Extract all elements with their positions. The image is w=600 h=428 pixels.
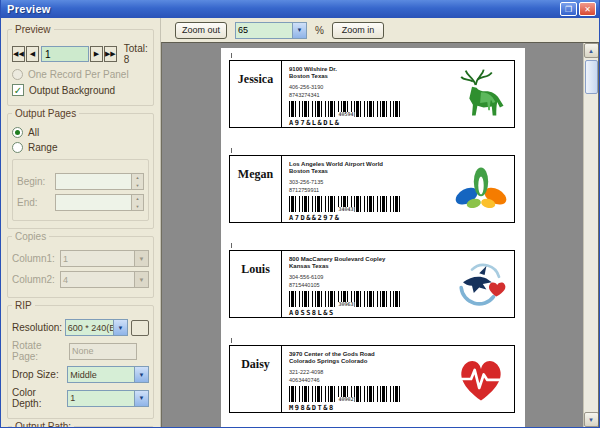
begin-down-icon: ▼ bbox=[132, 182, 143, 190]
prev-record-button[interactable]: ◀ bbox=[26, 46, 39, 62]
zoom-level-combo[interactable]: 65 ▼ bbox=[235, 22, 307, 39]
color-depth-combo[interactable]: 1 ▼ bbox=[67, 390, 149, 407]
rip-group-title: RIP bbox=[12, 300, 35, 311]
first-record-button[interactable]: ◀◀ bbox=[12, 46, 25, 62]
chevron-down-icon: ▼ bbox=[134, 367, 148, 382]
chevron-down-icon: ▼ bbox=[134, 391, 148, 406]
label-card: Daisy 3970 Center of the Gods Road Color… bbox=[229, 345, 515, 413]
drop-size-combo[interactable]: Middle ▼ bbox=[67, 366, 149, 383]
barcode-text: A0SS8L&S bbox=[289, 309, 444, 317]
label-card: Jessica 9100 Wilshire Dr. Boston Texas 4… bbox=[229, 60, 515, 128]
resolution-browse-button[interactable] bbox=[131, 320, 149, 336]
chevron-down-icon: ▼ bbox=[292, 23, 306, 38]
preview-group: Preview ◀◀ ◀ ▶ ▶▶ Total: 8 One Record Pe… bbox=[7, 29, 154, 106]
phone-line1: 303-256-7135 bbox=[289, 179, 444, 186]
copies-row1-combo: 1 ▼ bbox=[60, 250, 149, 267]
first-record-icon: ◀◀ bbox=[13, 50, 24, 58]
phone-line2: 8712759911 bbox=[289, 187, 444, 194]
range-option[interactable]: Range bbox=[12, 142, 149, 153]
phone-line2: 8715440105 bbox=[289, 282, 444, 289]
all-radio[interactable] bbox=[12, 127, 23, 138]
color-depth-label: Color Depth: bbox=[12, 387, 67, 409]
one-record-label: One Record Per Panel bbox=[28, 69, 129, 80]
scroll-down-icon: ▼ bbox=[588, 417, 594, 423]
label-card: Megan Los Angeles World Airport World Bo… bbox=[229, 155, 515, 223]
phone-line2: 4063440746 bbox=[289, 377, 444, 384]
output-pages-group: Output Pages All Range Begin: ▲▼ bbox=[7, 113, 154, 229]
copies-group-title: Copies bbox=[12, 231, 49, 242]
label-card: Louis 800 MacCanery Boulevard Copley Kan… bbox=[229, 250, 515, 318]
barcode-text: A7D&&297& bbox=[289, 214, 444, 222]
end-up-icon: ▲ bbox=[132, 195, 143, 203]
all-option[interactable]: All bbox=[12, 127, 149, 138]
recipient-name: Louis bbox=[230, 251, 282, 317]
next-record-icon: ▶ bbox=[94, 50, 99, 58]
address-line1: 3970 Center of the Gods Road bbox=[289, 351, 444, 358]
copies-row2-combo: 4 ▼ bbox=[60, 271, 149, 288]
phone-line2: 8743274341 bbox=[289, 92, 444, 99]
window-title: Preview bbox=[7, 3, 558, 15]
scroll-up-icon: ▲ bbox=[588, 48, 594, 54]
rip-group: RIP Resolution: 600 * 240(Econo ▼ Rotate… bbox=[7, 305, 154, 419]
rotate-page-label: Rotate Page: bbox=[12, 340, 69, 362]
output-background-label: Output Background bbox=[29, 85, 115, 96]
heart-pulse-logo-icon bbox=[454, 352, 508, 406]
zoom-out-button[interactable]: Zoom out bbox=[175, 22, 227, 39]
barcode: 40594 bbox=[289, 101, 403, 117]
preview-group-title: Preview bbox=[12, 24, 54, 35]
drop-size-label: Drop Size: bbox=[12, 369, 67, 380]
maximize-icon: ❐ bbox=[565, 5, 572, 14]
output-path-title: Output Path: bbox=[12, 421, 74, 428]
vertical-scrollbar[interactable]: ▲ ▼ bbox=[583, 43, 598, 427]
scroll-up-button[interactable]: ▲ bbox=[584, 43, 599, 58]
record-number-input[interactable] bbox=[41, 46, 89, 62]
address-line2: Boston Texas bbox=[289, 73, 444, 80]
preview-page: Jessica 9100 Wilshire Dr. Boston Texas 4… bbox=[221, 48, 525, 428]
address-line1: 800 MacCanery Boulevard Copley bbox=[289, 256, 444, 263]
one-record-radio bbox=[12, 69, 23, 80]
close-button[interactable]: ✕ bbox=[579, 2, 596, 16]
barcode-text: A97&L&DL& bbox=[289, 119, 444, 127]
last-record-button[interactable]: ▶▶ bbox=[104, 46, 117, 62]
end-down-icon: ▼ bbox=[132, 203, 143, 211]
one-record-option: One Record Per Panel bbox=[12, 69, 149, 80]
range-radio[interactable] bbox=[12, 142, 23, 153]
last-record-icon: ▶▶ bbox=[105, 50, 116, 58]
begin-up-icon: ▲ bbox=[132, 174, 143, 182]
recipient-name: Megan bbox=[230, 156, 282, 222]
phone-line1: 406-256-3190 bbox=[289, 84, 444, 91]
barcode: 34043 bbox=[289, 196, 403, 212]
next-record-button[interactable]: ▶ bbox=[90, 46, 103, 62]
deer-logo-icon bbox=[454, 67, 508, 121]
phone-line1: 304-556-6109 bbox=[289, 274, 444, 281]
recipient-name: Daisy bbox=[230, 346, 282, 412]
percent-label: % bbox=[315, 25, 324, 36]
rotate-page-combo: None bbox=[69, 343, 137, 360]
recipient-name: Jessica bbox=[230, 61, 282, 127]
zoom-in-button[interactable]: Zoom in bbox=[332, 22, 384, 39]
scroll-down-button[interactable]: ▼ bbox=[584, 412, 599, 427]
range-label: Range bbox=[28, 142, 57, 153]
preview-viewport: Jessica 9100 Wilshire Dr. Boston Texas 4… bbox=[161, 42, 599, 428]
title-bar: Preview ❐ ✕ bbox=[1, 0, 599, 18]
flower-logo-icon bbox=[454, 162, 508, 216]
preview-dialog: Preview ❐ ✕ Preview ◀◀ ◀ ▶ ▶▶ Total: 8 O… bbox=[0, 0, 600, 428]
resolution-combo[interactable]: 600 * 240(Econo ▼ bbox=[65, 319, 128, 336]
copies-row2-label: Column2: bbox=[12, 274, 60, 285]
range-subgroup: Begin: ▲▼ End: ▲▼ bbox=[12, 159, 149, 221]
maximize-button[interactable]: ❐ bbox=[560, 2, 577, 16]
close-icon: ✕ bbox=[584, 5, 591, 14]
output-background-option[interactable]: ✓ Output Background bbox=[12, 84, 149, 96]
barcode: 30963 bbox=[289, 291, 403, 307]
all-label: All bbox=[28, 127, 39, 138]
scrollbar-thumb[interactable] bbox=[585, 60, 598, 94]
chevron-down-icon: ▼ bbox=[113, 320, 127, 335]
output-background-checkbox[interactable]: ✓ bbox=[12, 84, 24, 96]
address-line2: Boston Texas bbox=[289, 168, 444, 175]
output-pages-title: Output Pages bbox=[12, 108, 79, 119]
address-line1: 9100 Wilshire Dr. bbox=[289, 66, 444, 73]
begin-spinner: ▲▼ bbox=[55, 173, 144, 190]
begin-label: Begin: bbox=[17, 176, 55, 187]
resolution-label: Resolution: bbox=[12, 322, 65, 333]
address-line1: Los Angeles World Airport World bbox=[289, 161, 444, 168]
